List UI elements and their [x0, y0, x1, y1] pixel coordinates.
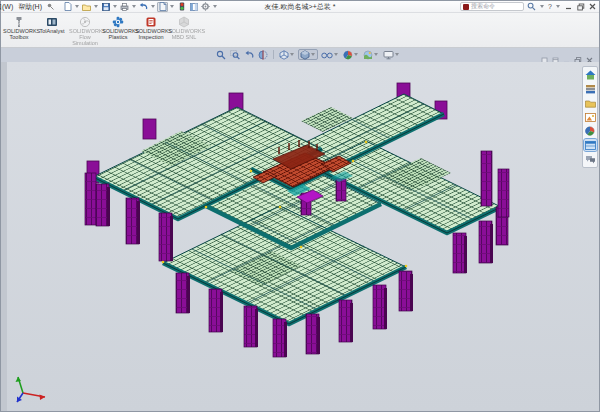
help-caret[interactable] [556, 5, 560, 8]
tolanalyst-icon [36, 15, 68, 28]
heads-up-view-toolbar [215, 49, 401, 60]
print-button[interactable] [119, 2, 130, 12]
view-orientation-caret[interactable] [290, 53, 294, 56]
model-3d[interactable] [1, 62, 599, 411]
undo-button[interactable] [138, 2, 149, 12]
task-pane-tabs [582, 66, 598, 168]
close-button[interactable] [588, 3, 597, 11]
save-caret[interactable] [113, 5, 117, 8]
command-manager: SOLIDWORKSToolbox TolAnalyst SOLIDWORKSF… [1, 13, 599, 48]
edit-appearance-caret[interactable] [354, 53, 358, 56]
titlebar-right: 搜索命令 ? [460, 2, 597, 11]
display-style-button[interactable] [298, 49, 318, 60]
view-orientation-button[interactable] [278, 49, 296, 60]
new-file-button[interactable] [62, 2, 73, 12]
ribbon-tolanalyst[interactable]: TolAnalyst [36, 15, 68, 34]
menu-help[interactable]: 帮助(H) [18, 2, 42, 12]
inspection-icon [135, 15, 167, 28]
display-style-caret[interactable] [311, 53, 315, 56]
custom-properties-tab[interactable] [584, 139, 597, 151]
zoom-to-area-button[interactable] [229, 49, 241, 60]
ribbon-inspection[interactable]: SOLIDWORKSInspection [135, 15, 167, 40]
ribbon-flow-simulation: SOLIDWORKSFlowSimulation [69, 15, 101, 46]
graphics-area[interactable] [1, 62, 599, 411]
search-scope-button[interactable] [527, 2, 536, 11]
solidworks-logo-icon [463, 4, 469, 10]
open-caret[interactable] [94, 5, 98, 8]
mbd-snl-icon [168, 15, 200, 28]
ribbon-mbd-snl: SOLIDWORKSMBD SNL [168, 15, 200, 40]
search-placeholder: 搜索命令 [471, 2, 495, 11]
reference-triad [9, 365, 59, 405]
quick-access-toolbar [62, 2, 218, 12]
apply-scene-caret[interactable] [374, 53, 378, 56]
hide-show-caret[interactable] [334, 53, 338, 56]
menu-window[interactable]: 窗口(W) [0, 2, 13, 12]
open-button[interactable] [81, 2, 92, 12]
pin-icon[interactable] [47, 3, 54, 10]
view-columns-button[interactable] [188, 2, 199, 12]
view-palette-tab[interactable] [584, 111, 597, 123]
viewport-top-strip [1, 48, 599, 62]
restore-button[interactable] [576, 3, 585, 11]
options-gear-button[interactable] [200, 2, 211, 12]
file-explorer-tab[interactable] [584, 97, 597, 109]
apply-scene-button[interactable] [362, 49, 380, 60]
view-settings-button[interactable] [382, 49, 401, 60]
hide-show-items-button[interactable] [320, 49, 340, 60]
options-caret[interactable] [213, 5, 217, 8]
save-button[interactable] [100, 2, 111, 12]
print-caret[interactable] [132, 5, 136, 8]
appearances-scenes-tab[interactable] [584, 125, 597, 137]
ribbon-plastics[interactable]: SOLIDWORKSPlastics [102, 15, 134, 40]
view-settings-caret[interactable] [395, 53, 399, 56]
toolbox-icon [3, 15, 35, 28]
previous-view-button[interactable] [243, 49, 255, 60]
rebuild-button[interactable] [157, 2, 168, 12]
search-caret[interactable] [540, 5, 544, 8]
zoom-to-fit-button[interactable] [215, 49, 227, 60]
solidworks-window: 窗口(W) 帮助(H) [0, 0, 600, 412]
solidworks-resources-tab[interactable] [584, 69, 597, 81]
menu-bar: 窗口(W) 帮助(H) [0, 2, 54, 12]
design-library-tab[interactable] [584, 83, 597, 95]
title-bar: 窗口(W) 帮助(H) [1, 1, 599, 13]
help-button[interactable]: ? [548, 3, 552, 10]
headsup-separator [273, 50, 274, 59]
section-view-button[interactable] [257, 49, 269, 60]
flow-simulation-icon [69, 15, 101, 28]
rebuild-caret[interactable] [170, 5, 174, 8]
forum-tab[interactable] [584, 153, 597, 165]
plastics-icon [102, 15, 134, 28]
command-search[interactable]: 搜索命令 [460, 2, 524, 11]
traffic-light-button[interactable] [176, 2, 187, 12]
edit-appearance-button[interactable] [342, 49, 360, 60]
undo-caret[interactable] [151, 5, 155, 8]
new-file-caret[interactable] [75, 5, 79, 8]
ribbon-solidworks-toolbox[interactable]: SOLIDWORKSToolbox [3, 15, 35, 40]
minimize-button[interactable] [564, 3, 573, 11]
